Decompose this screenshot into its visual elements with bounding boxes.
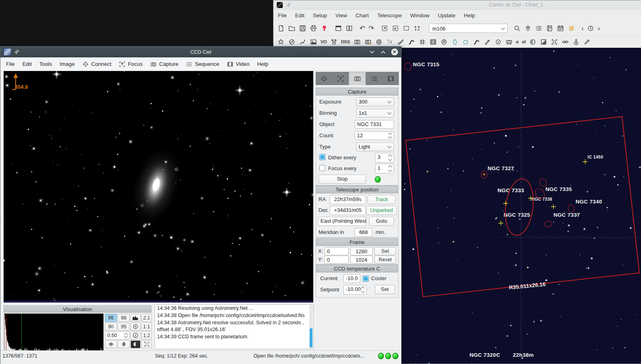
- object-input[interactable]: NGC 7331: [355, 120, 394, 129]
- annotate-pencil-icon[interactable]: [582, 37, 592, 47]
- vo-catalog-button[interactable]: VO: [319, 37, 329, 47]
- cartes-menu-telescope[interactable]: Telescope: [377, 12, 402, 18]
- tab-focus[interactable]: [332, 72, 349, 85]
- exposure-select[interactable]: 300: [356, 98, 394, 106]
- new-chart-icon[interactable]: [276, 23, 286, 34]
- finder-frame-update-icon[interactable]: [363, 37, 374, 47]
- count-stepper[interactable]: 12: [355, 131, 394, 140]
- moon-phase-icon[interactable]: [527, 37, 538, 47]
- label-greek-icon[interactable]: α: [514, 37, 521, 47]
- track-button[interactable]: Track: [367, 195, 396, 204]
- chart-object-label[interactable]: NGC 7337: [553, 212, 580, 218]
- pole-mark-icon[interactable]: [439, 37, 449, 47]
- park-button[interactable]: Unparked: [366, 206, 397, 215]
- maximize-button[interactable]: [379, 48, 388, 57]
- dss-image-button[interactable]: DSS: [339, 37, 352, 47]
- tab-sequence[interactable]: [366, 72, 382, 85]
- window-panel-icon[interactable]: [333, 23, 344, 34]
- image-layers-icon[interactable]: [566, 23, 577, 34]
- cartes-menu-file[interactable]: File: [278, 12, 287, 18]
- type-select[interactable]: Light: [356, 142, 394, 151]
- ccd-menu-tools[interactable]: Tools: [39, 61, 52, 67]
- gamma-stepper[interactable]: 0.50: [105, 331, 130, 340]
- prev-chart-icon[interactable]: ‹: [580, 23, 586, 34]
- frame-height-input[interactable]: 1024: [350, 256, 373, 264]
- cartes-menu-window[interactable]: Window: [410, 12, 429, 18]
- background-image-icon[interactable]: [308, 37, 319, 47]
- shade-button[interactable]: [367, 48, 376, 57]
- cartes-menu-help[interactable]: Help: [464, 12, 475, 18]
- finder-frame-icon[interactable]: [352, 37, 363, 47]
- distance-measure-icon[interactable]: [504, 37, 514, 47]
- cartes-titlebar[interactable]: Cartes du Ciel - Chart_1: [274, 0, 641, 10]
- cooler-checkbox[interactable]: [363, 276, 369, 282]
- chart-object-label[interactable]: NGC 7340: [576, 199, 602, 205]
- zoom-2to1-button[interactable]: 2:1: [141, 314, 152, 322]
- chart-object-label[interactable]: NGC 7315: [413, 61, 439, 67]
- frame-capture-icon[interactable]: [549, 37, 560, 47]
- cartes-menu-view[interactable]: View: [335, 12, 347, 18]
- window-columns-icon[interactable]: [344, 23, 355, 34]
- altaz-grid-icon[interactable]: [417, 37, 428, 47]
- constellation-figure-icon[interactable]: [449, 37, 460, 47]
- flip-vertical-button[interactable]: [118, 340, 130, 348]
- ccd-menu-video[interactable]: Video: [227, 61, 249, 67]
- focus-every-checkbox[interactable]: [319, 165, 325, 171]
- object-search-input[interactable]: m106: [429, 24, 508, 33]
- cartes-menu-edit[interactable]: Edit: [295, 12, 304, 18]
- dither-checkbox[interactable]: [319, 154, 325, 160]
- star-limit-icon[interactable]: [412, 23, 423, 34]
- zoom-fit-button[interactable]: [131, 323, 141, 331]
- galaxy-marker[interactable]: [404, 63, 412, 71]
- show-stars-icon[interactable]: [276, 37, 286, 47]
- milkyway-icon[interactable]: [406, 37, 417, 47]
- star-dots-icon[interactable]: [384, 37, 395, 47]
- chart-object-label[interactable]: IC 1450: [588, 155, 603, 159]
- undo-icon[interactable]: ↶: [358, 23, 367, 34]
- chart-object-label[interactable]: NGC 7320C: [470, 352, 500, 358]
- ra-value[interactable]: 22h37m59s: [330, 195, 366, 204]
- night-vision-icon[interactable]: [538, 37, 549, 47]
- stop-button[interactable]: Stop: [318, 175, 366, 184]
- ccd-menu-sequence[interactable]: Sequence: [186, 61, 219, 67]
- save-chart-icon[interactable]: [297, 23, 308, 34]
- alert-icon[interactable]: [319, 23, 330, 34]
- binning-select[interactable]: 1x1: [356, 109, 394, 118]
- log-scrollbar-thumb[interactable]: [310, 328, 312, 348]
- target-icon[interactable]: [493, 37, 504, 47]
- cartes-menu-update[interactable]: Update: [438, 12, 455, 18]
- ccdciel-titlebar[interactable]: CCD Ciel ✕: [0, 47, 401, 57]
- frame-x-input[interactable]: 0: [325, 247, 349, 255]
- search-icon[interactable]: [512, 23, 523, 34]
- comet-icon[interactable]: [395, 37, 406, 47]
- ccd-menu-file[interactable]: File: [6, 61, 15, 67]
- field-circles-icon[interactable]: [374, 37, 384, 47]
- cartes-menu-chart[interactable]: Chart: [355, 12, 369, 18]
- stretch-95-button[interactable]: 95: [118, 323, 130, 331]
- info-button[interactable]: [131, 331, 141, 340]
- histogram-mode-button[interactable]: [131, 314, 141, 322]
- ccd-menu-capture[interactable]: Capture: [150, 61, 178, 67]
- redo-icon[interactable]: ↷: [367, 23, 376, 34]
- setpoint-stepper[interactable]: -10.00: [343, 285, 367, 295]
- tab-connect[interactable]: [316, 72, 332, 85]
- chart-object-label[interactable]: 22h38m: [513, 352, 534, 358]
- log-output[interactable]: 14:34:36 Resolving using Astrometry.Net …: [155, 304, 314, 349]
- stretch-96-button[interactable]: 96: [105, 314, 117, 322]
- stretch-98-button[interactable]: 98: [118, 314, 130, 322]
- zoom-1to2-button[interactable]: 1:2: [141, 331, 152, 340]
- goto-button[interactable]: Goto: [369, 217, 394, 226]
- chart-object-label[interactable]: NGC 7327: [488, 165, 514, 171]
- print-icon[interactable]: [308, 23, 319, 34]
- object-track-icon[interactable]: [471, 37, 482, 47]
- open-chart-icon[interactable]: [286, 23, 297, 34]
- ccd-menu-connect[interactable]: Connect: [82, 61, 111, 67]
- histogram[interactable]: [4, 313, 104, 352]
- ccd-menu-image[interactable]: Image: [60, 61, 75, 67]
- focus-every-stepper[interactable]: 1: [375, 164, 394, 173]
- temp-set-button[interactable]: Set: [375, 285, 395, 294]
- frame-width-input[interactable]: 1280: [350, 247, 373, 255]
- dither-stepper[interactable]: 3: [375, 153, 394, 163]
- zoom-expand-icon[interactable]: [379, 23, 390, 34]
- observing-log-icon[interactable]: [544, 23, 555, 34]
